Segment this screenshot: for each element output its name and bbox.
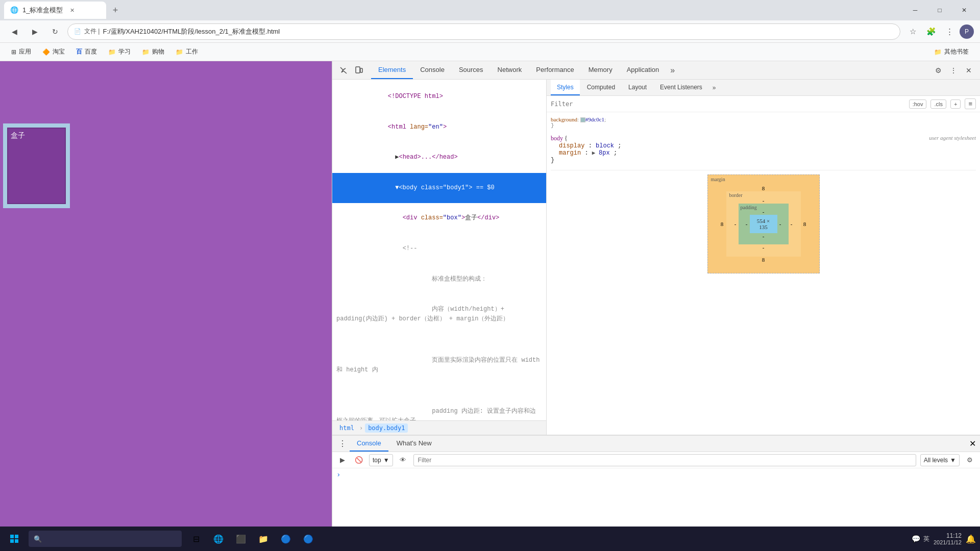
address-security-icon: 📄 bbox=[74, 28, 81, 35]
devtools-tab-console[interactable]: Console bbox=[413, 61, 452, 79]
styles-filter-input[interactable] bbox=[551, 101, 905, 108]
devtools-tab-performance[interactable]: Performance bbox=[529, 61, 581, 79]
clock[interactable]: 11:12 2021/11/12 bbox=[934, 532, 962, 545]
devtools-tab-elements[interactable]: Elements bbox=[371, 61, 413, 79]
maximize-button[interactable]: □ bbox=[928, 2, 951, 18]
bookmark-apps[interactable]: ⊞ 应用 bbox=[6, 45, 36, 59]
console-run-button[interactable]: ▶ bbox=[336, 454, 349, 466]
taskbar-search[interactable]: 🔍 bbox=[29, 531, 182, 547]
dom-line-comment[interactable]: <!-- bbox=[332, 234, 546, 264]
tab-close-button[interactable]: ✕ bbox=[67, 5, 77, 15]
devtools-settings-button[interactable]: ⚙ bbox=[931, 63, 945, 78]
taskbar-explorer[interactable]: 📁 bbox=[253, 529, 274, 549]
devtools-toolbar: Elements Console Sources Network Perform… bbox=[332, 61, 980, 80]
taskbar-edge[interactable]: 🌐 bbox=[208, 529, 229, 549]
bookmark-baidu-icon: 百 bbox=[76, 47, 82, 56]
devtools-tab-network[interactable]: Network bbox=[491, 61, 529, 79]
filter-toggle-button[interactable]: ≡ bbox=[965, 98, 976, 109]
profile-button[interactable]: P bbox=[960, 24, 974, 39]
styles-tab-event-listeners[interactable]: Event Listeners bbox=[654, 80, 708, 95]
console-block-button[interactable]: 🚫 bbox=[353, 454, 365, 466]
search-icon: 🔍 bbox=[34, 535, 42, 543]
dom-line-html[interactable]: <html lang="en"> bbox=[332, 112, 546, 143]
bookmark-shopping[interactable]: 📁 购物 bbox=[137, 45, 169, 59]
bm-padding-middle: - 554 × 135 bbox=[744, 215, 783, 233]
forward-button[interactable]: ▶ bbox=[27, 23, 43, 40]
style-rule-background: background: #9dc0c1; } bbox=[551, 116, 976, 129]
dom-line-head[interactable]: ▶<head>...</head> bbox=[332, 142, 546, 173]
devtools-inspect-button[interactable] bbox=[336, 63, 351, 78]
bm-border-box: border - - padding bbox=[726, 191, 801, 257]
browser-tab[interactable]: 🌐 1_标准盒模型 ✕ bbox=[4, 2, 106, 19]
styles-tab-styles[interactable]: Styles bbox=[551, 80, 580, 95]
svg-rect-1 bbox=[360, 68, 362, 72]
console-tab-whatsnew[interactable]: What's New bbox=[389, 436, 439, 452]
taskbar-taskview[interactable]: ⊟ bbox=[186, 529, 206, 549]
breadcrumb-html[interactable]: html bbox=[336, 423, 357, 433]
bm-border-label: border bbox=[729, 192, 743, 198]
style-before-text: background: #9dc0c1; bbox=[551, 116, 976, 122]
console-input-area[interactable] bbox=[344, 470, 976, 479]
bookmark-others[interactable]: 📁 其他书签 bbox=[929, 45, 974, 59]
tray-ime-icon[interactable]: 英 bbox=[923, 535, 929, 543]
console-level-select[interactable]: All levels ▼ bbox=[920, 454, 960, 466]
console-filter-input[interactable] bbox=[413, 454, 916, 466]
styles-tab-computed[interactable]: Computed bbox=[581, 80, 621, 95]
dom-line-body[interactable]: ▼<body class="body1"> == $0 bbox=[332, 173, 546, 204]
devtools-tab-sources[interactable]: Sources bbox=[452, 61, 491, 79]
bm-border-left: - bbox=[732, 221, 739, 227]
system-tray: 💬 英 bbox=[912, 535, 929, 543]
dom-content[interactable]: <!DOCTYPE html> <html lang="en"> ▶<head>… bbox=[332, 80, 546, 420]
filter-hov-button[interactable]: :hov bbox=[909, 99, 927, 109]
styles-tab-layout[interactable]: Layout bbox=[622, 80, 653, 95]
address-bar[interactable]: 📄 文件 | F:/蓝鸥/XAH210402/HTML阶段/lesson_2/1… bbox=[67, 23, 900, 40]
console-eye-button[interactable]: 👁 bbox=[397, 454, 409, 466]
dom-line-text4: padding 内边距: 设置盒子内容和边框之间的距离，可以扩大盒子。 bbox=[332, 396, 546, 420]
taskbar-chrome[interactable]: 🔵 bbox=[298, 529, 318, 549]
styles-tabs-more-button[interactable]: » bbox=[709, 84, 719, 91]
devtools-device-button[interactable] bbox=[352, 63, 366, 78]
console-context-select[interactable]: top ▼ bbox=[369, 454, 393, 466]
breadcrumb-body[interactable]: body.body1 bbox=[365, 423, 408, 433]
bookmark-taobao[interactable]: 🔶 淘宝 bbox=[37, 45, 70, 59]
clock-time: 11:12 bbox=[934, 532, 962, 539]
bookmark-study[interactable]: 📁 学习 bbox=[103, 45, 136, 59]
devtools-menu-button[interactable]: ⋮ bbox=[946, 63, 961, 78]
devtools-tab-application[interactable]: Application bbox=[620, 61, 667, 79]
reload-button[interactable]: ↻ bbox=[47, 23, 63, 40]
bookmark-baidu[interactable]: 百 百度 bbox=[71, 45, 102, 59]
bm-border-top: - bbox=[732, 197, 795, 204]
dom-line-doctype[interactable]: <!DOCTYPE html> bbox=[332, 82, 546, 112]
dom-line-text1: 标准盒模型的构成： bbox=[332, 264, 546, 294]
taskbar-yidian[interactable]: 🔵 bbox=[276, 529, 296, 549]
close-button[interactable]: ✕ bbox=[952, 2, 976, 18]
console-close-button[interactable]: ✕ bbox=[969, 439, 976, 448]
style-rule-body: body { user agent stylesheet display : b… bbox=[551, 135, 976, 164]
tray-wechat-icon[interactable]: 💬 bbox=[912, 535, 920, 543]
new-tab-button[interactable]: + bbox=[108, 3, 122, 17]
bookmark-study-icon: 📁 bbox=[108, 48, 116, 56]
box-model-demo-outer: 盒子 bbox=[7, 128, 66, 204]
taskbar-vscode[interactable]: ⬛ bbox=[231, 529, 251, 549]
dom-line-text2: 内容（width/height）+ padding(内边距) + border（… bbox=[332, 294, 546, 335]
devtools-close-button[interactable]: ✕ bbox=[962, 63, 976, 78]
bookmark-work[interactable]: 📁 工作 bbox=[170, 45, 203, 59]
settings-button[interactable]: ⋮ bbox=[941, 23, 958, 40]
start-button[interactable] bbox=[4, 529, 24, 549]
bookmark-button[interactable]: ☆ bbox=[904, 23, 921, 40]
back-button[interactable]: ◀ bbox=[6, 23, 22, 40]
devtools-tabs-more-button[interactable]: » bbox=[666, 61, 679, 79]
console-level-value: All levels bbox=[924, 457, 948, 464]
console-tab-console[interactable]: Console bbox=[350, 436, 388, 452]
devtools-tab-memory[interactable]: Memory bbox=[581, 61, 620, 79]
console-prompt: › bbox=[336, 470, 976, 479]
console-settings-button[interactable]: ⚙ bbox=[964, 454, 976, 466]
devtools-right-actions: ⚙ ⋮ ✕ bbox=[931, 63, 976, 78]
minimize-button[interactable]: ─ bbox=[903, 2, 927, 18]
filter-add-button[interactable]: + bbox=[950, 99, 961, 109]
notification-button[interactable]: 🔔 bbox=[966, 534, 976, 544]
extension-button[interactable]: 🧩 bbox=[923, 23, 939, 40]
filter-cls-button[interactable]: .cls bbox=[930, 99, 946, 109]
console-menu-button[interactable]: ⋮ bbox=[336, 438, 349, 450]
dom-line-div-box[interactable]: <div class="box">盒子</div> bbox=[332, 203, 546, 234]
